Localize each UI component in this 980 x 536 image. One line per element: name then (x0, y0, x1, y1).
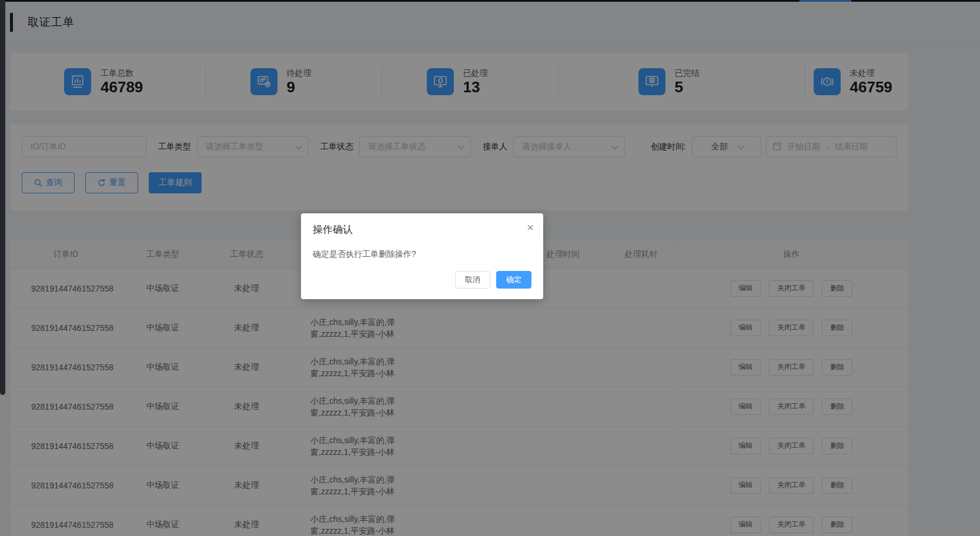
dialog-title: 操作确认 (313, 223, 531, 236)
dialog-message: 确定是否执行工单删除操作? (313, 249, 531, 260)
cancel-button[interactable]: 取消 (455, 271, 490, 289)
confirm-button[interactable]: 确定 (496, 271, 531, 289)
confirm-dialog: 操作确认 × 确定是否执行工单删除操作? 取消 确定 (301, 213, 543, 299)
close-icon[interactable]: × (527, 222, 534, 233)
